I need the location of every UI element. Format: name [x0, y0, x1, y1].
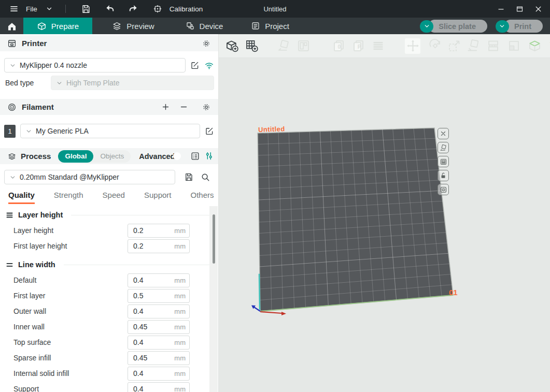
- plate-gear-button[interactable]: [438, 184, 449, 195]
- printer-connection-wifi-icon[interactable]: [204, 61, 214, 70]
- titlebar-divider: [65, 5, 66, 13]
- tab-prepare[interactable]: Prepare: [23, 18, 92, 34]
- plate-name-label: Untitled: [258, 125, 285, 134]
- setting-row: Internal solid infill mm: [0, 366, 218, 381]
- project-icon: [251, 21, 260, 31]
- undo-button[interactable]: [103, 2, 117, 16]
- group-title: Layer height: [18, 211, 63, 219]
- compare-presets-icon[interactable]: [204, 151, 214, 161]
- tab-prepare-label: Prepare: [51, 22, 79, 31]
- lay-on-face-button[interactable]: [466, 38, 481, 54]
- filament-preset-dropdown[interactable]: My Generic PLA: [20, 124, 200, 138]
- chevron-down-icon: [56, 80, 63, 86]
- slice-plate-button[interactable]: Slice plate: [428, 20, 487, 33]
- process-setting-tabs: Quality Strength Speed Support Others: [8, 191, 218, 204]
- text-tool-button[interactable]: Ta: [546, 38, 550, 54]
- process-preset-dropdown[interactable]: 0.20mm Standard @MyKlipper: [4, 170, 175, 184]
- sidebar-scrollbar-track[interactable]: [209, 206, 218, 392]
- edit-printer-icon[interactable]: [190, 61, 200, 70]
- save-preset-icon[interactable]: [184, 172, 193, 182]
- calibration-icon[interactable]: [151, 2, 164, 16]
- setting-row: First layer mm: [0, 288, 218, 303]
- settings-sidebar: Printer MyKlipper 0.4 nozzle Bed type Hi…: [0, 34, 219, 392]
- filament-settings-gear-icon[interactable]: [202, 103, 211, 112]
- home-button[interactable]: [5, 20, 19, 33]
- filament-preset-value: My Generic PLA: [36, 127, 89, 135]
- scope-global-option[interactable]: Global: [58, 150, 93, 163]
- close-button[interactable]: [531, 2, 545, 16]
- split-to-parts-button[interactable]: P: [350, 38, 366, 54]
- sidebar-scrollbar-thumb[interactable]: [213, 214, 215, 264]
- setting-label: First layer height: [13, 242, 128, 250]
- bed-type-dropdown[interactable]: High Temp Plate: [51, 76, 214, 90]
- auto-orient-button[interactable]: [276, 38, 291, 54]
- layer-height-icon: [5, 211, 14, 220]
- minimize-button[interactable]: [494, 2, 507, 16]
- scope-objects-option[interactable]: Objects: [93, 150, 131, 163]
- tab-preview[interactable]: Preview: [102, 18, 164, 34]
- setting-label: Support: [13, 385, 128, 392]
- setting-row: Default mm: [0, 272, 218, 288]
- viewport-toolbar: 0 P Ta: [219, 34, 550, 58]
- unit-label: mm: [174, 242, 186, 250]
- rotate-tool-button[interactable]: [427, 38, 443, 54]
- plate-number-label: 01: [449, 288, 458, 297]
- setting-row: First layer height mm: [0, 238, 218, 254]
- process-list-icon[interactable]: [190, 151, 200, 161]
- filament-section-title: Filament: [22, 103, 54, 111]
- move-tool-button[interactable]: [405, 38, 420, 54]
- tab-others[interactable]: Others: [191, 191, 214, 204]
- setting-label: Top surface: [13, 338, 128, 346]
- save-button[interactable]: [79, 2, 93, 16]
- redo-button[interactable]: [127, 2, 140, 16]
- tab-support[interactable]: Support: [144, 191, 172, 204]
- printer-settings-gear-icon[interactable]: [202, 39, 211, 48]
- add-filament-button[interactable]: [161, 103, 170, 111]
- tab-strength[interactable]: Strength: [54, 191, 83, 204]
- slicer-window: { "window": { "file_menu_label": "File",…: [0, 0, 550, 392]
- slice-dropdown-button[interactable]: [420, 20, 433, 33]
- delete-plate-button[interactable]: [438, 128, 449, 139]
- group-divider: [64, 265, 211, 265]
- tab-device[interactable]: Device: [178, 18, 230, 34]
- cut-tool-button[interactable]: [485, 38, 501, 54]
- unit-label: mm: [174, 354, 186, 362]
- calibration-menu[interactable]: Calibration: [170, 5, 203, 13]
- remove-filament-button[interactable]: [179, 103, 188, 111]
- hamburger-menu-icon[interactable]: [7, 2, 21, 16]
- variable-layer-height-button[interactable]: [370, 38, 386, 54]
- maximize-button[interactable]: [513, 2, 526, 16]
- tab-project-label: Project: [265, 22, 289, 31]
- print-button[interactable]: Print: [504, 20, 543, 33]
- printer-section-title: Printer: [22, 39, 47, 48]
- add-plate-button[interactable]: [244, 38, 259, 54]
- split-to-objects-button[interactable]: 0: [331, 38, 346, 54]
- setting-label: Sparse infill: [13, 354, 128, 362]
- edit-filament-icon[interactable]: [205, 126, 214, 136]
- print-dropdown-button[interactable]: [496, 20, 509, 33]
- process-preset-value: 0.20mm Standard @MyKlipper: [20, 173, 119, 181]
- split-parts-glyph: P: [357, 44, 361, 50]
- build-plate-canvas[interactable]: [219, 34, 550, 392]
- file-menu[interactable]: File: [26, 5, 37, 13]
- plate-settings-button[interactable]: [438, 156, 449, 167]
- scale-tool-button[interactable]: [446, 38, 462, 54]
- lock-plate-button[interactable]: [438, 170, 449, 181]
- paint-tool-button[interactable]: [527, 38, 542, 54]
- tab-speed[interactable]: Speed: [103, 191, 125, 204]
- chevron-down-icon: [9, 62, 16, 69]
- orient-plate-button[interactable]: [438, 142, 449, 153]
- tab-project[interactable]: Project: [242, 18, 299, 34]
- search-settings-icon[interactable]: [201, 172, 210, 182]
- group-divider: [71, 215, 211, 215]
- tab-quality[interactable]: Quality: [8, 191, 35, 204]
- 3d-viewport[interactable]: 0 P Ta Untitled 01: [219, 34, 550, 392]
- printer-preset-dropdown[interactable]: MyKlipper 0.4 nozzle: [4, 58, 186, 72]
- file-menu-chevron-down-icon[interactable]: [43, 2, 56, 16]
- setting-row: Top surface mm: [0, 335, 218, 350]
- arrange-button[interactable]: [295, 38, 311, 54]
- mesh-boolean-button[interactable]: [506, 38, 521, 54]
- add-object-button[interactable]: [224, 38, 239, 54]
- unit-label: mm: [174, 323, 186, 331]
- filament-slot-badge: 1: [4, 125, 16, 138]
